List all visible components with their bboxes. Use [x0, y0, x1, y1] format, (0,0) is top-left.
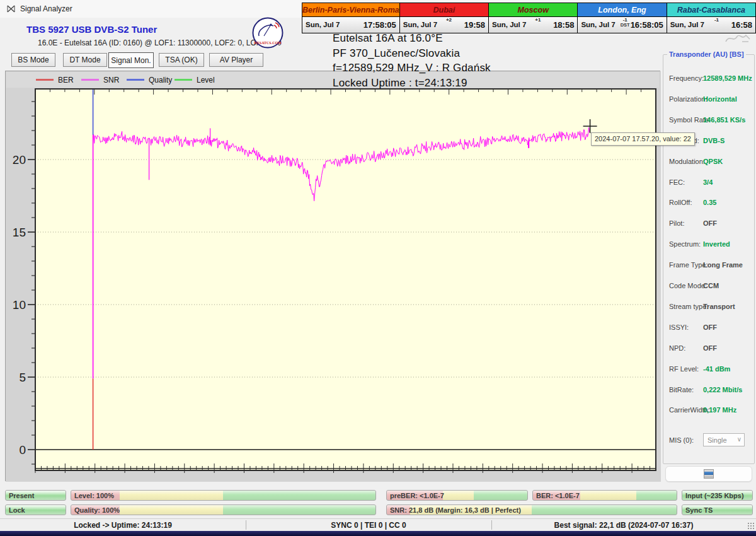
field-label: Modulation: [669, 158, 705, 165]
tuner-subtitle: 16.0E - Eutelsat 16A (ID: 0160) @ LOF1: … [38, 38, 282, 47]
meter-label: Input (~235 Kbps) [685, 492, 744, 499]
app-antenna-icon [6, 4, 16, 14]
transponder-row-rolloff: RollOff:0.35 [663, 199, 755, 207]
meter-label: Lock [9, 506, 25, 514]
field-label: RollOff: [669, 199, 692, 206]
field-value: QPSK [703, 158, 723, 165]
meter-label: BER: <1.0E-7 [536, 492, 580, 499]
transponder-row-npd: NPD:OFF [663, 344, 755, 353]
clock-hms: 18:58 [553, 20, 574, 30]
status-uptime: Locked -> Uptime: 24:13:19 [0, 521, 246, 530]
field-label: BitRate: [669, 386, 694, 393]
tab-tsa-ok[interactable]: TSA (OK) [159, 53, 204, 67]
mis-select[interactable]: Single ∨ [703, 433, 745, 446]
transponder-row-polarization: Polarization:Horizontal [663, 95, 755, 104]
meter-level: Level: 100% [71, 490, 376, 501]
clock-date: Sun, Jul 7 [670, 21, 704, 28]
legend-item-level: Level [175, 72, 215, 88]
annotation-uptime: Locked Uptime : t=24:13:19 [333, 76, 491, 91]
field-value: Long Frame [703, 261, 743, 269]
transponder-row-fec: FEC:3/4 [663, 178, 755, 187]
clock-4: London, EngSun, Jul 716:58:05-1DST [578, 3, 666, 33]
meter-label: Present [9, 492, 34, 499]
ts-list-button[interactable] [665, 466, 752, 482]
legend-label: BER [58, 76, 74, 84]
svg-text:5: 5 [19, 371, 26, 384]
dxsatcs-logo: DXSATCS.COM [251, 16, 284, 49]
clock-utc-offset: -1DST [621, 18, 630, 28]
tab-signal-mon[interactable]: Signal Mon. [108, 52, 154, 68]
transponder-row-frequency: Frequency:12589,529 MHz [663, 74, 755, 83]
transponder-row-frame-type: Frame Type:Long Frame [663, 261, 755, 270]
clock-city: London, Eng [578, 3, 666, 17]
meter-input: Input (~235 Kbps) [682, 490, 753, 501]
field-value: 146,851 KS/s [703, 116, 745, 124]
tab-dt-mode[interactable]: DT Mode [63, 53, 107, 67]
field-value: 0,222 Mbit/s [703, 386, 742, 393]
field-value: 0,197 MHz [703, 406, 736, 414]
field-label: Stream type: [669, 303, 708, 310]
clock-time-cell: Sun, Jul 718:58+1 [489, 17, 577, 33]
field-value: 12589,529 MHz [703, 74, 752, 82]
status-bar: Locked -> Uptime: 24:13:19 SYNC 0 | TEI … [0, 518, 756, 531]
legend-item-ber: BER [36, 72, 74, 88]
ts-list-icon [704, 469, 714, 479]
legend-item-snr: SNR [81, 72, 119, 88]
legend-swatch [127, 79, 144, 81]
svg-text:DXSATCS.COM: DXSATCS.COM [254, 41, 282, 45]
legend-item-quality: Quality [127, 72, 172, 88]
field-value: CCM [703, 282, 719, 289]
meter-ber: BER: <1.0E-7 [532, 490, 677, 501]
status-best-signal: Best signal: 22,1 dB (2024-07-07 16:37) [491, 521, 756, 530]
field-label: Spectrum: [669, 240, 701, 248]
chevron-down-icon: ∨ [737, 436, 742, 443]
field-value: -41 dBm [703, 365, 730, 373]
clock-hms: 16:58 [731, 20, 752, 30]
transponder-groupbox: Transponder (AU) [BS] Frequency:12589,52… [663, 54, 755, 464]
signal-chart-panel: 05101520 BERSNRQualityLevel [5, 71, 660, 481]
clock-hms: 16:58:05 [631, 20, 663, 30]
clock-hms: 19:58 [464, 20, 485, 30]
chart-tooltip: 2024-07-07 17.57.20, value: 22 [591, 132, 695, 146]
field-label: Code Mode: [669, 282, 707, 289]
field-label: RF Level: [669, 365, 699, 373]
transponder-row-rf-level: RF Level:-41 dBm [663, 365, 755, 374]
field-value: OFF [703, 323, 717, 331]
field-value: OFF [703, 219, 717, 227]
meter-present: Present [5, 490, 66, 501]
legend-swatch [81, 79, 99, 81]
clock-1: Berlin-Paris-Vienna-RomaSun, Jul 717:58:… [302, 3, 399, 33]
svg-text:10: 10 [13, 298, 26, 312]
transponder-row-stream-type: Stream type:Transport [663, 303, 755, 312]
clock-hms: 17:58:05 [364, 20, 396, 30]
legend-swatch [36, 79, 54, 81]
meter-label: SNR: 21,8 dB (Margin: 16,3 dB | Perfect) [390, 506, 521, 514]
world-clocks: Berlin-Paris-Vienna-RomaSun, Jul 717:58:… [302, 3, 756, 33]
clock-city: Berlin-Paris-Vienna-Roma [302, 3, 399, 17]
clock-date: Sun, Jul 7 [403, 21, 437, 28]
svg-text:15: 15 [13, 226, 26, 239]
annotation-overlay: Eutelsat 16A at 16.0°E PF 370_Lučenec/Sl… [333, 31, 491, 90]
clock-city: Rabat-Casablanca [667, 3, 755, 17]
clock-date: Sun, Jul 7 [492, 21, 526, 28]
svg-text:0: 0 [19, 443, 26, 457]
field-label: Frequency: [669, 74, 704, 82]
field-label: Pilot: [669, 219, 684, 227]
signal-chart-plot[interactable]: 05101520 [6, 71, 661, 482]
window-bottom-edge [0, 531, 756, 536]
resize-grip[interactable] [747, 522, 755, 530]
legend-label: SNR [103, 76, 119, 84]
transponder-row-symbol-rate: Symbol Rate:146,851 KS/s [663, 116, 755, 125]
meter-snr: SNR: 21,8 dB (Margin: 16,3 dB | Perfect) [386, 504, 677, 515]
tab-bs-mode[interactable]: BS Mode [11, 53, 55, 67]
tab-av-player[interactable]: AV Player [209, 53, 263, 67]
transponder-title: Transponder (AU) [BS] [667, 50, 746, 58]
field-value: 3/4 [703, 178, 713, 186]
clock-3: MoscowSun, Jul 718:58+1 [489, 3, 577, 33]
clock-5: Rabat-CasablancaSun, Jul 716:58-1 [667, 3, 755, 33]
transponder-row-carrierwidth: CarrierWidth:0,197 MHz [663, 406, 755, 415]
field-label: NPD: [669, 344, 685, 352]
legend-swatch [175, 79, 192, 81]
mis-label: MIS (0): [669, 436, 694, 444]
clock-city: Moscow [489, 3, 577, 17]
